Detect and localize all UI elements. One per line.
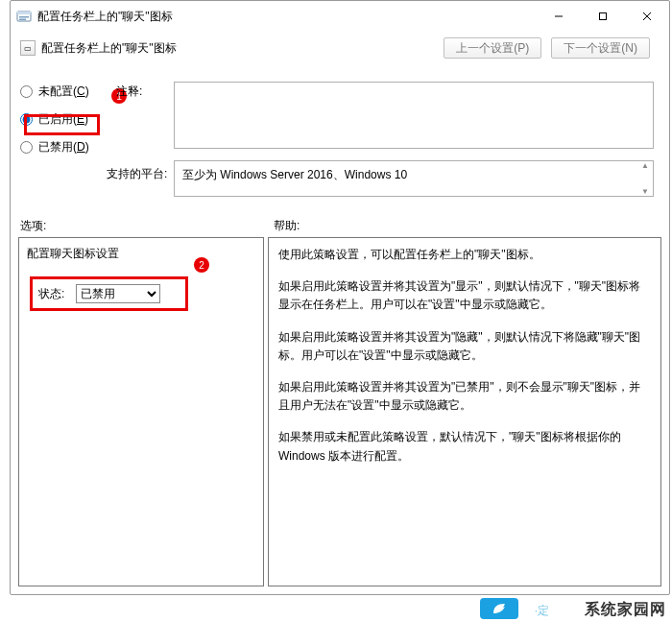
radio-disabled[interactable]: 已禁用(D) bbox=[20, 139, 103, 156]
help-panel: 使用此策略设置，可以配置任务栏上的"聊天"图标。 如果启用此策略设置并将其设置为… bbox=[268, 237, 661, 586]
option-header: 配置聊天图标设置 bbox=[19, 238, 263, 270]
titlebar: 配置任务栏上的"聊天"图标 bbox=[11, 1, 669, 32]
next-setting-button[interactable]: 下一个设置(N) bbox=[551, 37, 650, 59]
radio-enabled[interactable]: 已启用(E) bbox=[20, 111, 103, 128]
help-label: 帮助: bbox=[274, 218, 300, 234]
help-p5: 如果禁用或未配置此策略设置，默认情况下，"聊天"图标将根据你的 Windows … bbox=[278, 428, 651, 465]
platform-text: 至少为 Windows Server 2016、Windows 10 bbox=[182, 167, 407, 183]
window-controls bbox=[537, 1, 669, 32]
help-p4: 如果启用此策略设置并将其设置为"已禁用"，则不会显示"聊天"图标，并且用户无法在… bbox=[278, 378, 651, 415]
window-title: 配置任务栏上的"聊天"图标 bbox=[37, 9, 537, 25]
svg-rect-3 bbox=[19, 19, 26, 21]
svg-rect-5 bbox=[600, 13, 607, 20]
state-row: 状态: 显示隐藏已禁用 bbox=[30, 276, 188, 311]
platform-scrollbar[interactable]: ▲▼ bbox=[637, 161, 653, 196]
watermark-text: 系统家园网 bbox=[585, 600, 666, 620]
radio-not-configured[interactable]: 未配置(C) bbox=[20, 84, 103, 100]
watermark-ghost: ·定 bbox=[535, 603, 549, 619]
subtitle: 配置任务栏上的"聊天"图标 bbox=[41, 40, 444, 57]
window-frame: 配置任务栏上的"聊天"图标 ▭ 配置任务栏上的"聊天"图标 上一个设置(P) 下… bbox=[10, 0, 670, 595]
state-label: 状态: bbox=[38, 286, 64, 302]
radio-enabled-input[interactable] bbox=[20, 113, 33, 126]
previous-setting-button[interactable]: 上一个设置(P) bbox=[444, 37, 541, 59]
help-p2: 如果启用此策略设置并将其设置为"显示"，则默认情况下，"聊天"图标将显示在任务栏… bbox=[278, 277, 651, 314]
app-icon bbox=[16, 9, 32, 24]
platform-box: 至少为 Windows Server 2016、Windows 10 ▲▼ bbox=[174, 160, 654, 197]
help-p3: 如果启用此策略设置并将其设置为"隐藏"，则默认情况下将隐藏"聊天"图标。用户可以… bbox=[278, 328, 651, 365]
body-area: 未配置(C) 已启用(E) 已禁用(D) 1 注释: 支持的平台: 至少为 Wi… bbox=[11, 64, 669, 594]
radio-disabled-input[interactable] bbox=[20, 141, 33, 154]
close-button[interactable] bbox=[625, 1, 669, 32]
minimize-button[interactable] bbox=[537, 1, 581, 32]
note-label: 注释: bbox=[116, 84, 142, 100]
option-panel: 配置聊天图标设置 2 状态: 显示隐藏已禁用 bbox=[18, 237, 264, 586]
maximize-button[interactable] bbox=[581, 1, 625, 32]
options-label: 选项: bbox=[20, 218, 46, 234]
subtitlebar: ▭ 配置任务栏上的"聊天"图标 上一个设置(P) 下一个设置(N) bbox=[11, 32, 669, 64]
policy-icon: ▭ bbox=[20, 40, 36, 56]
help-p1: 使用此策略设置，可以配置任务栏上的"聊天"图标。 bbox=[278, 246, 651, 264]
svg-rect-1 bbox=[17, 12, 31, 14]
radio-not-configured-input[interactable] bbox=[20, 85, 33, 98]
watermark-logo bbox=[480, 598, 518, 619]
note-textarea[interactable] bbox=[174, 82, 654, 149]
state-select[interactable]: 显示隐藏已禁用 bbox=[76, 284, 160, 303]
svg-rect-2 bbox=[19, 16, 29, 18]
callout-2: 2 bbox=[194, 257, 209, 273]
nav-buttons: 上一个设置(P) 下一个设置(N) bbox=[444, 37, 650, 59]
state-radio-group: 未配置(C) 已启用(E) 已禁用(D) bbox=[20, 84, 103, 156]
platform-label: 支持的平台: bbox=[107, 166, 167, 182]
